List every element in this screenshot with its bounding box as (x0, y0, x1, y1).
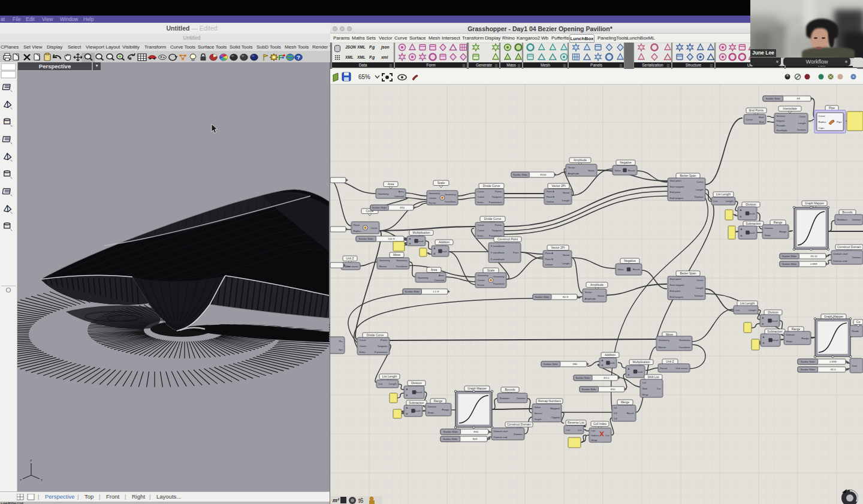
svg-text:Vector: Vector (588, 169, 595, 172)
svg-text:☰: ☰ (563, 64, 566, 68)
svg-text:Multiplication: Multiplication (633, 360, 650, 364)
svg-text:Parameters: Parameters (375, 351, 388, 354)
svg-text:Vector 2Pt: Vector 2Pt (551, 246, 565, 249)
svg-text:Circle: Circle (371, 227, 378, 230)
svg-text:Pts: Pts (339, 340, 342, 343)
svg-text:Serialization: Serialization (642, 63, 663, 67)
svg-text:Shift List: Shift List (647, 375, 659, 379)
svg-text:A: A (602, 359, 604, 362)
svg-text:Graph Mapper: Graph Mapper (467, 387, 487, 390)
svg-text:Geometry: Geometry (396, 259, 408, 262)
svg-text:XML: XML (345, 55, 354, 59)
svg-text:Division: Division (768, 310, 778, 314)
svg-text:End: End (759, 120, 764, 123)
svg-text:Number Slider: Number Slider (372, 207, 387, 209)
svg-text:Count: Count (478, 229, 485, 232)
svg-text:Graph Mapper: Graph Mapper (805, 201, 825, 205)
svg-text:P.g: P.g (369, 45, 375, 50)
svg-text:Number Slider: Number Slider (782, 255, 797, 258)
svg-text:Co: Co (856, 320, 861, 324)
svg-text:Φ2.0: Φ2.0 (831, 368, 837, 371)
svg-text:Construct Domain: Construct Domain (507, 422, 531, 426)
svg-text:Domain start: Domain start (494, 430, 509, 433)
svg-text:Area: Area (431, 268, 437, 271)
svg-text:Divide Curve: Divide Curve (484, 217, 502, 221)
svg-text:Z coordinate: Z coordinate (491, 258, 505, 261)
svg-text:Range: Range (801, 337, 809, 340)
svg-text:Φ10: Φ10 (400, 206, 405, 209)
svg-text:Construct Point: Construct Point (497, 237, 518, 241)
svg-text:Start point: Start point (670, 179, 682, 182)
svg-text:Panels: Panels (590, 63, 603, 67)
svg-text:Length: Length (389, 382, 397, 385)
svg-text:B: B (434, 252, 436, 255)
svg-text:Clipped: Clipped (551, 416, 560, 419)
svg-text:Negative: Negative (624, 259, 636, 262)
svg-text:D1: D1 (614, 406, 618, 409)
svg-text:Point B: Point B (547, 195, 555, 198)
svg-text:Interpolate: Interpolate (783, 107, 797, 110)
svg-text:Φ2.0: Φ2.0 (604, 376, 609, 379)
svg-text:Number Slider: Number Slider (513, 174, 528, 176)
svg-text:Mass: Mass (506, 63, 516, 67)
svg-text:Scale: Scale (487, 268, 495, 272)
svg-text:m²: m² (333, 497, 340, 503)
svg-text:json: json (381, 45, 389, 50)
svg-text:Geometry: Geometry (429, 192, 440, 195)
svg-text:Subtraction: Subtraction (409, 401, 424, 405)
svg-text:Domain: Domain (765, 227, 774, 230)
svg-text:Number Slider: Number Slider (766, 98, 781, 100)
svg-text:Motion: Motion (659, 346, 666, 349)
svg-text:Points: Points (381, 339, 388, 342)
svg-text:A: A (406, 388, 408, 391)
svg-text:B: B (602, 364, 604, 367)
svg-text:Tangents: Tangents (492, 195, 502, 198)
svg-text:Range: Range (779, 230, 787, 233)
svg-text:Geometry: Geometry (659, 339, 670, 342)
svg-text:List: List (605, 434, 609, 437)
svg-text:Count: Count (360, 345, 367, 348)
svg-text:Length: Length (749, 309, 756, 312)
svg-text:☰: ☰ (389, 64, 392, 68)
svg-text:Geometry: Geometry (478, 274, 489, 277)
svg-text:KnotStyle: KnotStyle (777, 129, 788, 132)
svg-text:Transform: Transform (679, 346, 690, 349)
svg-text:B: B (628, 373, 630, 376)
svg-text:Kinks: Kinks (478, 201, 484, 204)
svg-text:Area: Area (388, 182, 394, 186)
svg-text:Point B: Point B (545, 258, 554, 261)
svg-text:JSON: JSON (345, 45, 356, 49)
svg-text:Vector: Vector (598, 294, 605, 297)
svg-text:Factor: Factor (429, 201, 436, 204)
svg-text:Result: Result (415, 391, 423, 394)
svg-text:XML: XML (357, 45, 366, 49)
svg-text:Center: Center (478, 279, 485, 282)
svg-text:End tangent: End tangent (670, 197, 684, 200)
svg-text:Domain: Domain (514, 433, 523, 436)
svg-text:Bounds: Bounds (505, 388, 515, 391)
svg-text:1.1 Φ: 1.1 Φ (433, 290, 439, 293)
svg-text:Division: Division (746, 203, 756, 206)
svg-text:Divide Curve: Divide Curve (367, 333, 384, 337)
svg-text:65%: 65% (358, 74, 370, 80)
svg-text:0.99Φ: 0.99Φ (810, 262, 817, 265)
svg-text:z: z (30, 458, 32, 462)
svg-text:List: List (657, 387, 661, 390)
svg-text:Periodic: Periodic (777, 124, 786, 127)
svg-text:Range: Range (774, 221, 783, 224)
svg-text:Point A: Point A (547, 190, 554, 193)
svg-text:List: List (578, 428, 582, 431)
svg-text:Geometry: Geometry (445, 193, 456, 196)
svg-text:Pipe: Pipe (829, 106, 835, 110)
svg-text:Tan: Tan (339, 348, 343, 351)
svg-text:Bezier Span: Bezier Span (680, 271, 696, 275)
svg-text:Tangents: Tangents (492, 229, 502, 232)
svg-text:Geometry: Geometry (493, 275, 505, 278)
svg-text:Plane: Plane (354, 224, 360, 227)
svg-text:Unitize: Unitize (545, 263, 553, 266)
svg-text:List: List (592, 429, 596, 432)
svg-text:List: List (566, 428, 571, 431)
svg-text:A: A (406, 406, 408, 409)
svg-text:Scale: Scale (437, 181, 445, 185)
svg-text:Value: Value (618, 268, 624, 271)
